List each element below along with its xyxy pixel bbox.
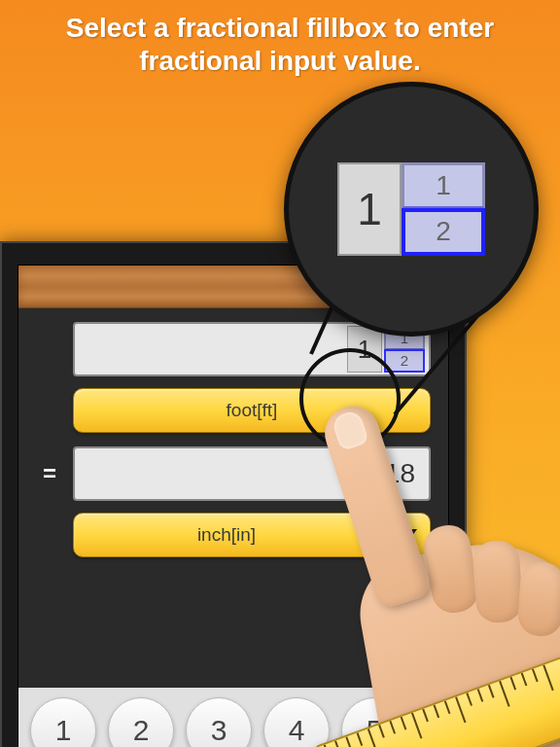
to-unit-button[interactable]: inch[in]	[73, 513, 380, 557]
zoom-whole-box: 1	[337, 162, 402, 256]
denominator-box[interactable]: 2	[384, 349, 425, 374]
headline-text: Select a fractional fillbox to enter fra…	[0, 0, 560, 77]
to-unit-row: inch[in]	[18, 501, 448, 557]
result-row: = 18	[18, 433, 448, 501]
unit-dropdown-button[interactable]	[386, 513, 431, 557]
result-value: 18	[385, 458, 425, 489]
key-4[interactable]: 4	[263, 697, 330, 747]
key-2[interactable]: 2	[108, 697, 174, 747]
equals-sign: =	[36, 460, 63, 487]
key-3[interactable]: 3	[186, 697, 252, 747]
result-field: 18	[73, 446, 431, 501]
whole-number-box[interactable]: 1	[347, 326, 382, 373]
zoom-callout: 1 1 2	[284, 82, 539, 337]
app-screen: 1 1 2 foot[ft] = 18 inch[in] 1 2	[18, 265, 449, 747]
from-unit-row: foot[ft]	[18, 376, 448, 433]
zoom-numerator-box: 1	[402, 162, 485, 208]
zoom-denominator-box: 2	[402, 208, 485, 257]
from-unit-button[interactable]: foot[ft]	[73, 388, 431, 433]
key-1[interactable]: 1	[30, 697, 96, 747]
chevron-down-icon	[400, 529, 417, 541]
